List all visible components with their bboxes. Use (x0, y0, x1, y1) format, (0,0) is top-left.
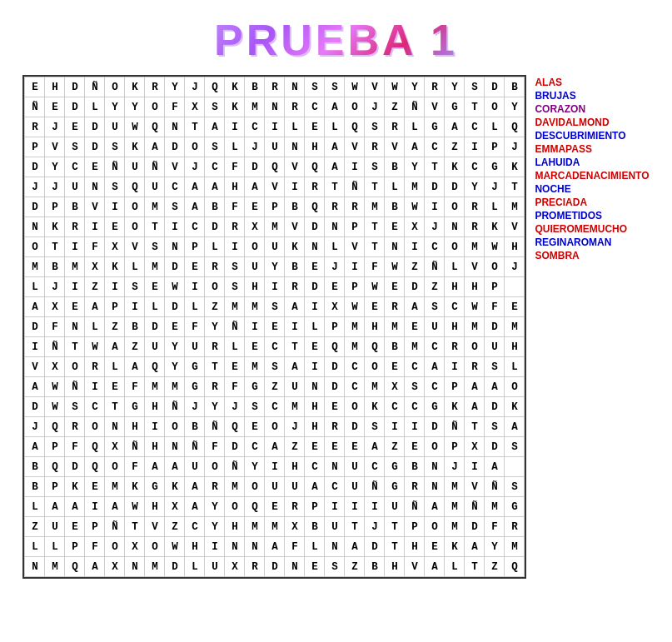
grid-cell: D (85, 117, 105, 137)
grid-cell: A (425, 357, 445, 377)
grid-cell: T (365, 177, 385, 197)
grid-cell: P (25, 137, 45, 157)
grid-cell: W (45, 397, 65, 417)
grid-cell: F (365, 257, 385, 277)
grid-cell: D (425, 177, 445, 197)
grid-cell: A (485, 377, 505, 397)
grid-cell: F (485, 517, 505, 537)
grid-cell: O (165, 417, 185, 437)
grid-cell: E (385, 357, 405, 377)
grid-cell: A (145, 137, 165, 157)
grid-cell: U (65, 177, 85, 197)
grid-cell: A (25, 377, 45, 397)
grid-cell: T (125, 517, 145, 537)
grid-cell: L (85, 97, 105, 117)
grid-cell: E (325, 437, 345, 457)
grid-cell: R (245, 557, 265, 577)
grid-cell: R (465, 217, 485, 237)
grid-cell: U (285, 477, 305, 497)
grid-cell: E (245, 417, 265, 437)
grid-cell: B (65, 197, 85, 217)
grid-cell: I (85, 377, 105, 397)
grid-cell: X (105, 557, 125, 577)
grid-cell: D (25, 197, 45, 217)
grid-cell: B (385, 337, 405, 357)
grid-cell: K (65, 477, 85, 497)
grid-cell: A (445, 117, 465, 137)
grid-cell: C (185, 517, 205, 537)
grid-cell: N (65, 317, 85, 337)
grid-cell: S (505, 477, 525, 497)
grid-cell: A (185, 477, 205, 497)
grid-cell: T (145, 217, 165, 237)
grid-cell: Z (165, 517, 185, 537)
grid-cell: E (345, 437, 365, 457)
grid-cell: J (445, 457, 465, 477)
grid-cell: F (225, 157, 245, 177)
grid-cell: Q (325, 337, 345, 357)
grid-cell: A (425, 557, 445, 577)
grid-cell: E (305, 337, 325, 357)
grid-cell: M (445, 477, 465, 497)
grid-cell: B (245, 77, 265, 97)
grid-cell: N (285, 557, 305, 577)
grid-cell: A (145, 457, 165, 477)
grid-cell: L (25, 537, 45, 557)
grid-cell: Q (85, 437, 105, 457)
grid-cell: D (485, 437, 505, 457)
grid-cell: U (485, 337, 505, 357)
grid-cell: D (145, 317, 165, 337)
grid-cell: I (145, 417, 165, 437)
grid-cell: I (345, 157, 365, 177)
grid-cell: L (205, 237, 225, 257)
grid-cell: V (385, 137, 405, 157)
grid-cell: Y (265, 257, 285, 277)
grid-cell: E (305, 437, 325, 457)
grid-cell: S (205, 137, 225, 157)
grid-cell: N (425, 457, 445, 477)
grid-cell: Q (505, 557, 525, 577)
grid-cell: S (485, 417, 505, 437)
grid-cell: D (85, 137, 105, 157)
grid-cell: R (465, 357, 485, 377)
grid-cell: O (265, 417, 285, 437)
grid-cell: A (285, 297, 305, 317)
grid-cell: E (185, 257, 205, 277)
grid-cell: T (365, 217, 385, 237)
grid-cell: E (405, 437, 425, 457)
grid-cell: G (145, 477, 165, 497)
grid-cell: G (385, 477, 405, 497)
grid-cell: M (225, 477, 245, 497)
grid-cell: P (265, 197, 285, 217)
grid-cell: K (125, 137, 145, 157)
grid-cell: A (325, 137, 345, 157)
grid-cell: O (205, 457, 225, 477)
grid-cell: E (325, 277, 345, 297)
grid-cell: J (505, 257, 525, 277)
grid-cell: M (365, 197, 385, 217)
grid-cell: D (405, 277, 425, 297)
grid-cell: Ñ (345, 177, 365, 197)
grid-cell: X (245, 217, 265, 237)
grid-cell: R (285, 277, 305, 297)
grid-cell: O (125, 217, 145, 237)
grid-cell: W (165, 537, 185, 557)
grid-cell: M (245, 357, 265, 377)
grid-cell: T (65, 337, 85, 357)
grid-cell: M (405, 337, 425, 357)
grid-cell: I (65, 277, 85, 297)
grid-cell: A (245, 177, 265, 197)
grid-cell (505, 277, 525, 297)
grid-cell: C (165, 177, 185, 197)
grid-cell: T (45, 237, 65, 257)
word-list-item: MARCADENACIMIENTO (535, 170, 649, 182)
word-list-item: DESCUBRIMIENTO (535, 130, 649, 142)
grid-cell: D (25, 157, 45, 177)
grid-cell: I (465, 457, 485, 477)
grid-cell: O (425, 517, 445, 537)
grid-cell: X (165, 497, 185, 517)
grid-cell: O (505, 377, 525, 397)
grid-cell: C (265, 397, 285, 417)
grid-cell: T (325, 177, 345, 197)
grid-cell: D (65, 457, 85, 477)
